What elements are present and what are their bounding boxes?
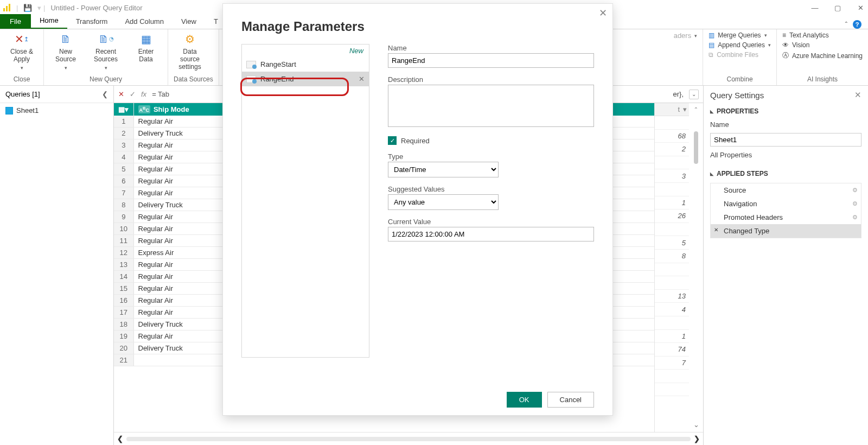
step-gear-icon[interactable]: ⚙ — [852, 187, 858, 194]
name-field-label: Name — [388, 44, 594, 52]
vertical-scrollbar[interactable]: ˆ ⌄ — [689, 103, 703, 432]
partial-cell: 68 — [655, 130, 689, 143]
merge-icon: ▥ — [709, 31, 714, 39]
new-parameter-link[interactable]: New — [242, 44, 369, 57]
close-apply-icon: ✕↥ — [14, 31, 29, 47]
enter-data-icon: ▦ — [138, 31, 154, 47]
row-number: 7 — [114, 187, 133, 199]
checkbox-icon: ✓ — [388, 136, 397, 145]
recent-sources-button[interactable]: 🗎◔Recent Sources — [90, 31, 122, 72]
close-settings-icon[interactable]: ✕ — [854, 90, 861, 100]
window-title: Untitled - Power Query Editor — [50, 4, 142, 12]
new-source-icon: 🗎 — [58, 31, 73, 47]
tab-add-column[interactable]: Add Column — [116, 15, 173, 29]
ok-button[interactable]: OK — [507, 392, 542, 408]
param-item-rangestart[interactable]: RangeStart — [242, 57, 369, 72]
applied-step[interactable]: Changed Type — [711, 224, 861, 238]
app-logo-icon — [3, 4, 11, 11]
param-type-select[interactable]: Date/Time — [388, 162, 499, 177]
collapse-queries-icon[interactable]: ❮ — [102, 90, 108, 98]
partial-cell: 7 — [655, 357, 689, 370]
scroll-left-icon[interactable]: ❮ — [117, 435, 123, 443]
use-headers-button[interactable]: aders — [674, 31, 698, 40]
param-label: RangeStart — [260, 60, 296, 68]
applied-steps-header[interactable]: APPLIED STEPS — [704, 167, 868, 181]
step-gear-icon[interactable]: ⚙ — [852, 200, 858, 207]
scroll-down-icon[interactable]: ⌄ — [693, 421, 699, 429]
filter-icon[interactable]: ▾ — [683, 105, 687, 113]
new-source-button[interactable]: 🗎New Source — [49, 31, 82, 72]
datatype-icon[interactable]: ABC — [138, 105, 150, 113]
commit-formula-icon[interactable]: ✓ — [130, 90, 136, 98]
minimize-button[interactable]: — — [810, 4, 819, 12]
close-apply-button[interactable]: ✕↥ Close & Apply — [5, 31, 38, 72]
all-properties-link[interactable]: All Properties — [704, 149, 868, 161]
group-close-label: Close — [5, 75, 38, 84]
applied-step[interactable]: Promoted Headers⚙ — [711, 211, 861, 224]
scroll-right-icon[interactable]: ❯ — [694, 435, 700, 443]
combine-icon: ⧉ — [709, 51, 713, 59]
scroll-up-icon[interactable]: ˆ — [695, 106, 697, 115]
help-icon[interactable]: ? — [853, 20, 861, 29]
cancel-formula-icon[interactable]: ✕ — [118, 90, 124, 98]
table-corner[interactable]: ▦▾ — [114, 103, 133, 116]
partial-cell: 8 — [655, 250, 689, 263]
data-source-settings-button[interactable]: ⚙Data source settings — [174, 31, 206, 71]
partial-cell: 74 — [655, 343, 689, 357]
parameter-icon — [246, 61, 256, 68]
fx-icon[interactable]: fx — [141, 90, 146, 98]
param-description-input[interactable] — [388, 85, 594, 127]
row-number: 20 — [114, 342, 133, 354]
save-icon[interactable]: 💾 — [23, 4, 32, 12]
vision-icon: 👁 — [782, 41, 789, 49]
name-label: Name — [704, 118, 868, 131]
properties-section-header[interactable]: PROPERTIES — [704, 104, 868, 118]
vision-button[interactable]: 👁Vision — [782, 41, 863, 49]
partial-cell — [655, 223, 689, 237]
merge-queries-button[interactable]: ▥Merge Queries — [709, 31, 771, 39]
append-queries-button[interactable]: ▤Append Queries — [709, 41, 771, 49]
applied-steps-list: Source⚙Navigation⚙Promoted Headers⚙Chang… — [710, 183, 861, 238]
query-name-input[interactable] — [710, 133, 861, 147]
scroll-thumb[interactable] — [694, 131, 698, 164]
partial-cell — [655, 316, 689, 330]
text-analytics-button[interactable]: ≡Text Analytics — [782, 31, 863, 39]
collapse-ribbon-icon[interactable]: ˆ — [845, 21, 847, 29]
partial-cell: 13 — [655, 290, 689, 303]
row-number: 3 — [114, 139, 133, 151]
group-combine-label: Combine — [709, 75, 771, 84]
manage-parameters-dialog: ✕ Manage Parameters New RangeStart Range… — [222, 3, 613, 416]
row-number: 19 — [114, 330, 133, 342]
param-label: RangeEnd — [260, 75, 293, 83]
row-number: 16 — [114, 295, 133, 307]
aml-button[interactable]: ⒶAzure Machine Learning — [782, 51, 863, 60]
tab-file[interactable]: File — [0, 14, 31, 29]
param-current-value-input[interactable] — [388, 227, 594, 241]
dialog-close-button[interactable]: ✕ — [599, 7, 607, 19]
cancel-button[interactable]: Cancel — [547, 392, 594, 408]
param-name-input[interactable] — [388, 53, 594, 68]
tab-home[interactable]: Home — [31, 14, 67, 29]
maximize-button[interactable]: ▢ — [833, 4, 842, 12]
row-number: 8 — [114, 199, 133, 211]
applied-step[interactable]: Navigation⚙ — [711, 197, 861, 211]
formula-tail: er}, — [673, 90, 684, 98]
applied-step[interactable]: Source⚙ — [711, 183, 861, 197]
delete-param-icon[interactable]: ✕ — [359, 75, 365, 83]
param-item-rangeend[interactable]: RangeEnd ✕ — [242, 72, 369, 86]
enter-data-button[interactable]: ▦Enter Data — [130, 31, 162, 63]
query-item-sheet1[interactable]: Sheet1 — [0, 103, 113, 118]
tab-transform[interactable]: Transform — [67, 15, 117, 29]
recent-sources-icon: 🗎◔ — [98, 31, 113, 47]
partial-cell — [655, 276, 689, 290]
horizontal-scrollbar[interactable]: ❮ ❯ — [114, 432, 703, 445]
row-number: 6 — [114, 175, 133, 187]
param-suggested-select[interactable]: Any value — [388, 194, 499, 210]
divider: | — [16, 4, 18, 12]
formula-dropdown-icon[interactable]: ⌄ — [689, 90, 699, 99]
required-checkbox[interactable]: ✓ Required — [388, 136, 594, 145]
tab-view[interactable]: View — [173, 15, 205, 29]
divider: ▾ | — [37, 4, 45, 12]
step-gear-icon[interactable]: ⚙ — [852, 214, 858, 221]
close-window-button[interactable]: ✕ — [856, 4, 865, 12]
